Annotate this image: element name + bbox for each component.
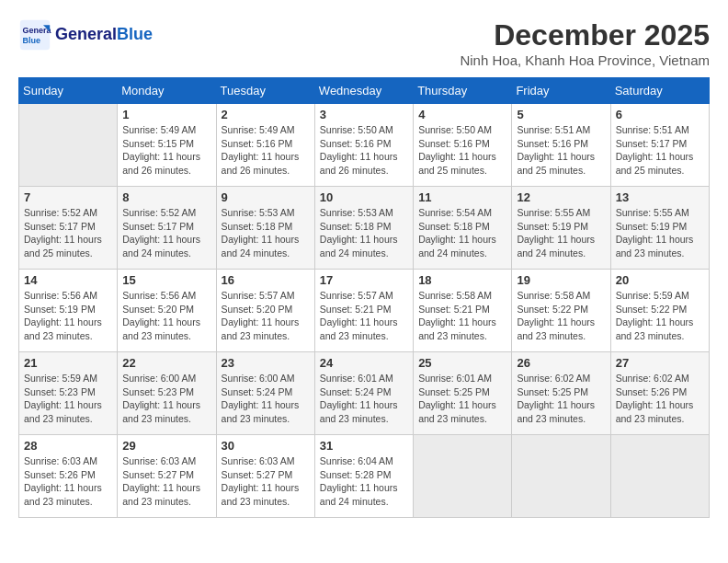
calendar-week-row: 1Sunrise: 5:49 AMSunset: 5:15 PMDaylight… <box>19 104 710 187</box>
day-info: Sunrise: 6:03 AMSunset: 5:27 PMDaylight:… <box>222 454 310 509</box>
day-info: Sunrise: 5:50 AMSunset: 5:16 PMDaylight:… <box>320 123 408 178</box>
calendar-cell: 27Sunrise: 6:02 AMSunset: 5:26 PMDayligh… <box>610 352 709 435</box>
calendar-cell: 12Sunrise: 5:55 AMSunset: 5:19 PMDayligh… <box>512 187 610 270</box>
day-number: 11 <box>418 190 506 204</box>
weekday-header: Monday <box>118 78 216 104</box>
day-info: Sunrise: 5:49 AMSunset: 5:16 PMDaylight:… <box>222 123 310 178</box>
day-number: 25 <box>418 356 506 370</box>
page-header: General Blue GeneralBlue December 2025 N… <box>18 18 710 68</box>
weekday-header: Saturday <box>610 78 709 104</box>
day-number: 20 <box>616 273 704 287</box>
calendar-cell <box>19 104 118 187</box>
day-info: Sunrise: 5:59 AMSunset: 5:23 PMDaylight:… <box>24 372 112 426</box>
weekday-header: Wednesday <box>314 78 413 104</box>
calendar-cell: 15Sunrise: 5:56 AMSunset: 5:20 PMDayligh… <box>118 270 216 352</box>
day-number: 15 <box>122 273 210 287</box>
calendar-cell: 25Sunrise: 6:01 AMSunset: 5:25 PMDayligh… <box>414 352 512 435</box>
day-number: 10 <box>320 190 408 204</box>
calendar-cell: 13Sunrise: 5:55 AMSunset: 5:19 PMDayligh… <box>610 187 709 270</box>
calendar-cell: 1Sunrise: 5:49 AMSunset: 5:15 PMDaylight… <box>118 104 216 187</box>
day-info: Sunrise: 6:03 AMSunset: 5:27 PMDaylight:… <box>122 454 210 509</box>
calendar-cell: 22Sunrise: 6:00 AMSunset: 5:23 PMDayligh… <box>118 352 216 435</box>
day-number: 17 <box>320 273 408 287</box>
calendar-cell: 11Sunrise: 5:54 AMSunset: 5:18 PMDayligh… <box>414 187 512 270</box>
day-info: Sunrise: 6:03 AMSunset: 5:26 PMDaylight:… <box>24 454 112 509</box>
day-number: 9 <box>222 190 310 204</box>
day-info: Sunrise: 5:49 AMSunset: 5:15 PMDaylight:… <box>122 123 210 178</box>
day-info: Sunrise: 5:55 AMSunset: 5:19 PMDaylight:… <box>517 206 605 260</box>
calendar-cell <box>610 435 709 518</box>
day-info: Sunrise: 6:02 AMSunset: 5:26 PMDaylight:… <box>616 372 704 426</box>
logo-text: GeneralBlue <box>55 25 153 45</box>
day-info: Sunrise: 6:00 AMSunset: 5:24 PMDaylight:… <box>222 372 310 426</box>
calendar-cell: 9Sunrise: 5:53 AMSunset: 5:18 PMDaylight… <box>216 187 314 270</box>
day-info: Sunrise: 6:04 AMSunset: 5:28 PMDaylight:… <box>320 454 408 509</box>
day-info: Sunrise: 5:56 AMSunset: 5:19 PMDaylight:… <box>24 289 112 343</box>
calendar-cell: 28Sunrise: 6:03 AMSunset: 5:26 PMDayligh… <box>19 435 118 518</box>
day-info: Sunrise: 5:52 AMSunset: 5:17 PMDaylight:… <box>122 206 210 260</box>
day-number: 21 <box>24 356 112 370</box>
calendar-week-row: 28Sunrise: 6:03 AMSunset: 5:26 PMDayligh… <box>19 435 710 518</box>
day-info: Sunrise: 5:58 AMSunset: 5:22 PMDaylight:… <box>517 289 605 343</box>
day-info: Sunrise: 5:59 AMSunset: 5:22 PMDaylight:… <box>616 289 704 343</box>
calendar-table: SundayMondayTuesdayWednesdayThursdayFrid… <box>18 77 710 518</box>
day-number: 13 <box>616 190 704 204</box>
day-number: 5 <box>517 108 605 121</box>
calendar-cell: 6Sunrise: 5:51 AMSunset: 5:17 PMDaylight… <box>610 104 709 187</box>
logo: General Blue GeneralBlue <box>18 18 153 52</box>
calendar-week-row: 7Sunrise: 5:52 AMSunset: 5:17 PMDaylight… <box>19 187 710 270</box>
calendar-cell: 29Sunrise: 6:03 AMSunset: 5:27 PMDayligh… <box>118 435 216 518</box>
day-number: 22 <box>122 356 210 370</box>
calendar-header: SundayMondayTuesdayWednesdayThursdayFrid… <box>19 78 710 104</box>
day-info: Sunrise: 5:51 AMSunset: 5:16 PMDaylight:… <box>517 123 605 178</box>
weekday-row: SundayMondayTuesdayWednesdayThursdayFrid… <box>19 78 710 104</box>
calendar-cell: 16Sunrise: 5:57 AMSunset: 5:20 PMDayligh… <box>216 270 314 352</box>
weekday-header: Friday <box>512 78 610 104</box>
calendar-cell: 10Sunrise: 5:53 AMSunset: 5:18 PMDayligh… <box>314 187 413 270</box>
calendar-cell: 31Sunrise: 6:04 AMSunset: 5:28 PMDayligh… <box>314 435 413 518</box>
day-number: 23 <box>222 356 310 370</box>
calendar-cell: 17Sunrise: 5:57 AMSunset: 5:21 PMDayligh… <box>314 270 413 352</box>
day-number: 30 <box>222 439 310 453</box>
calendar-cell: 19Sunrise: 5:58 AMSunset: 5:22 PMDayligh… <box>512 270 610 352</box>
calendar-cell: 20Sunrise: 5:59 AMSunset: 5:22 PMDayligh… <box>610 270 709 352</box>
calendar-cell <box>414 435 512 518</box>
day-number: 12 <box>517 190 605 204</box>
day-number: 29 <box>122 439 210 453</box>
calendar-cell <box>512 435 610 518</box>
day-number: 6 <box>616 108 704 121</box>
day-info: Sunrise: 5:52 AMSunset: 5:17 PMDaylight:… <box>24 206 112 260</box>
logo-icon: General Blue <box>18 18 51 52</box>
title-area: December 2025 Ninh Hoa, Khanh Hoa Provin… <box>460 18 710 68</box>
calendar-cell: 14Sunrise: 5:56 AMSunset: 5:19 PMDayligh… <box>19 270 118 352</box>
day-info: Sunrise: 5:53 AMSunset: 5:18 PMDaylight:… <box>222 206 310 260</box>
calendar-cell: 18Sunrise: 5:58 AMSunset: 5:21 PMDayligh… <box>414 270 512 352</box>
calendar-cell: 3Sunrise: 5:50 AMSunset: 5:16 PMDaylight… <box>314 104 413 187</box>
calendar-cell: 7Sunrise: 5:52 AMSunset: 5:17 PMDaylight… <box>19 187 118 270</box>
day-number: 27 <box>616 356 704 370</box>
day-number: 7 <box>24 190 112 204</box>
day-info: Sunrise: 5:56 AMSunset: 5:20 PMDaylight:… <box>122 289 210 343</box>
weekday-header: Thursday <box>414 78 512 104</box>
calendar-cell: 26Sunrise: 6:02 AMSunset: 5:25 PMDayligh… <box>512 352 610 435</box>
calendar-cell: 2Sunrise: 5:49 AMSunset: 5:16 PMDaylight… <box>216 104 314 187</box>
calendar-week-row: 21Sunrise: 5:59 AMSunset: 5:23 PMDayligh… <box>19 352 710 435</box>
day-number: 1 <box>122 108 210 121</box>
day-number: 3 <box>320 108 408 121</box>
day-info: Sunrise: 5:53 AMSunset: 5:18 PMDaylight:… <box>320 206 408 260</box>
day-number: 26 <box>517 356 605 370</box>
day-info: Sunrise: 5:54 AMSunset: 5:18 PMDaylight:… <box>418 206 506 260</box>
calendar-cell: 5Sunrise: 5:51 AMSunset: 5:16 PMDaylight… <box>512 104 610 187</box>
day-number: 28 <box>24 439 112 453</box>
day-info: Sunrise: 6:01 AMSunset: 5:25 PMDaylight:… <box>418 372 506 426</box>
calendar-cell: 8Sunrise: 5:52 AMSunset: 5:17 PMDaylight… <box>118 187 216 270</box>
day-info: Sunrise: 6:01 AMSunset: 5:24 PMDaylight:… <box>320 372 408 426</box>
day-info: Sunrise: 5:58 AMSunset: 5:21 PMDaylight:… <box>418 289 506 343</box>
day-number: 18 <box>418 273 506 287</box>
day-info: Sunrise: 6:02 AMSunset: 5:25 PMDaylight:… <box>517 372 605 426</box>
location: Ninh Hoa, Khanh Hoa Province, Vietnam <box>460 52 710 68</box>
day-number: 24 <box>320 356 408 370</box>
day-info: Sunrise: 5:55 AMSunset: 5:19 PMDaylight:… <box>616 206 704 260</box>
day-number: 16 <box>222 273 310 287</box>
day-number: 19 <box>517 273 605 287</box>
